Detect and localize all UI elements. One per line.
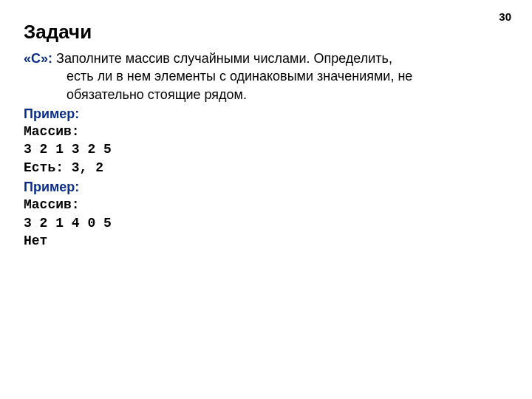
task-body: «С»: Заполните массив случайными числами… bbox=[24, 50, 508, 250]
task-desc-3: обязательно стоящие рядом. bbox=[24, 87, 247, 102]
example1-line2: 3 2 1 3 2 5 bbox=[24, 140, 508, 158]
example2-line1: Массив: bbox=[24, 196, 508, 214]
page-number: 30 bbox=[499, 10, 511, 23]
task-desc-2: есть ли в нем элементы с одинаковыми зна… bbox=[24, 69, 412, 83]
example1-line1: Массив: bbox=[24, 123, 508, 140]
task-line-1: «С»: Заполните массив случайными числами… bbox=[24, 50, 508, 67]
task-desc-1: Заполните массив случайными числами. Опр… bbox=[52, 51, 392, 66]
task-label: «С»: bbox=[24, 51, 52, 66]
example2-line2: 3 2 1 4 0 5 bbox=[24, 214, 508, 232]
page-title: Задачи bbox=[24, 21, 508, 44]
example-label-1: Пример: bbox=[24, 105, 508, 123]
example-label-2: Пример: bbox=[24, 178, 508, 196]
example2-line3: Нет bbox=[24, 232, 508, 250]
slide-content: Задачи «С»: Заполните массив случайными … bbox=[0, 0, 532, 250]
example1-line3: Есть: 3, 2 bbox=[24, 159, 508, 177]
